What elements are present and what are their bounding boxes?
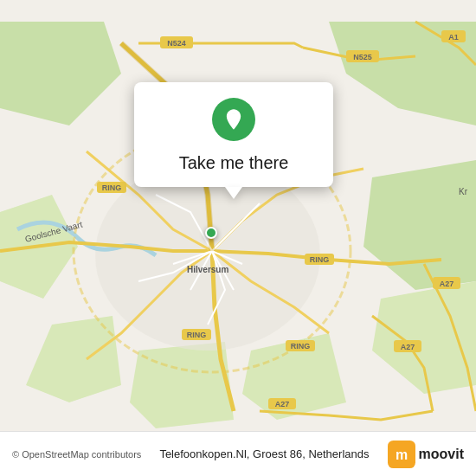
bottom-bar: © OpenStreetMap contributors Telefoonkop… [0, 431, 476, 476]
svg-text:RING: RING [187, 331, 207, 339]
address-label: Telefoonkopen.Nl, Groest 86, Netherlands [141, 447, 387, 460]
svg-text:A27: A27 [275, 400, 290, 408]
map-svg: N524 N525 A1 A27 A27 RING RING RING RING… [0, 0, 476, 476]
take-me-there-button[interactable]: Take me there [179, 151, 289, 175]
osm-attribution: © OpenStreetMap contributors [12, 449, 141, 460]
popup-card: Take me there [134, 82, 333, 187]
moovit-icon: m [388, 441, 415, 468]
svg-text:A1: A1 [448, 33, 459, 42]
svg-text:RING: RING [310, 255, 330, 264]
moovit-text: moovit [419, 447, 464, 462]
moovit-logo: m moovit [388, 441, 464, 468]
svg-text:Kr: Kr [459, 187, 468, 196]
svg-text:A27: A27 [440, 280, 454, 288]
svg-text:A27: A27 [401, 343, 415, 351]
svg-text:m: m [395, 447, 407, 462]
svg-text:N525: N525 [353, 53, 372, 61]
svg-text:Hilversum: Hilversum [187, 265, 228, 274]
bottom-left: © OpenStreetMap contributors [12, 449, 141, 460]
location-pin-icon [212, 98, 255, 141]
map-pin-dot [205, 227, 217, 239]
map-container[interactable]: N524 N525 A1 A27 A27 RING RING RING RING… [0, 0, 476, 476]
svg-text:RING: RING [291, 342, 311, 351]
svg-text:RING: RING [102, 183, 122, 192]
svg-text:N524: N524 [167, 39, 186, 48]
